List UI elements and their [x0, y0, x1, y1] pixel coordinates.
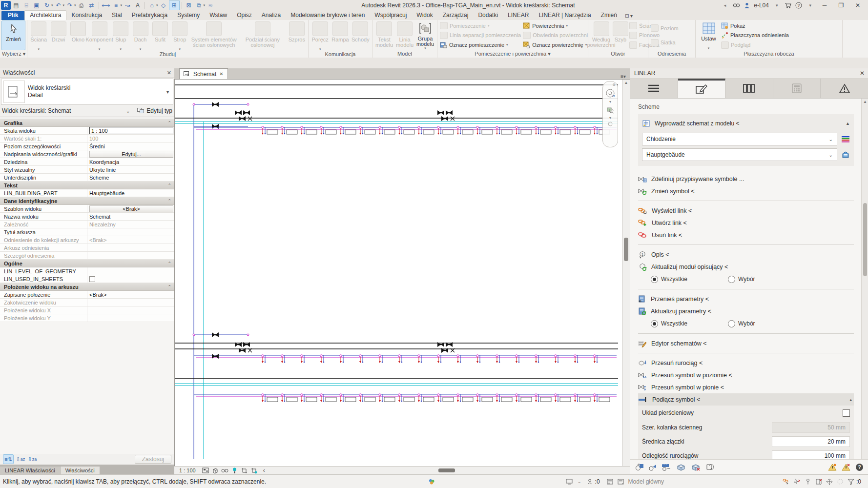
scroll-up-icon[interactable]: ▲ [624, 80, 628, 86]
crop-region-icon[interactable] [249, 467, 259, 474]
zoom-tool-icon[interactable] [606, 105, 615, 114]
tab-architektura[interactable]: Architektura [24, 10, 66, 20]
tab-prefabrykacja[interactable]: Prefabrykacja [127, 11, 172, 20]
redo-menu-chevron-icon[interactable]: ▾ [74, 3, 76, 7]
linear-command-podłącz-symbol[interactable]: Podłącz symbol <▴ [638, 393, 854, 406]
property-value[interactable] [87, 267, 174, 275]
detail-level-icon[interactable] [201, 467, 210, 474]
linear-command-edytor-schematów[interactable]: Edytor schematów < [638, 337, 854, 349]
type-selector[interactable]: Widok kreślarski Detail ▾ [1, 79, 173, 105]
home-3d-icon[interactable]: ⌂ [147, 1, 157, 10]
tab-systemy[interactable]: Systemy [172, 11, 205, 20]
palette-tab-właściwości[interactable]: Właściwości [61, 467, 100, 474]
property-checkbox[interactable] [89, 276, 95, 282]
view-tab-close-icon[interactable]: ✕ [219, 71, 223, 77]
ribbon-button-powierzchnia[interactable]: Powierzchnia▾ [523, 21, 588, 30]
radio-dot-icon[interactable] [728, 320, 735, 327]
design-options-icon[interactable] [605, 477, 616, 487]
view-scale-control[interactable]: 1 : 100 [174, 468, 201, 473]
property-value[interactable]: Średni [87, 142, 174, 150]
editing-requests-icon[interactable] [584, 477, 595, 487]
select-underlay-icon[interactable] [792, 477, 803, 487]
property-value[interactable]: Koordynacja [87, 158, 174, 165]
property-value[interactable] [87, 275, 174, 283]
view-tab-schemat[interactable]: Schemat ✕ [179, 68, 228, 79]
revit-logo-icon[interactable]: R [1, 1, 11, 10]
help-icon[interactable]: ? [795, 2, 802, 9]
radio-wszystkie[interactable]: Wszystkie [651, 276, 724, 283]
filter-selector-chevron-icon[interactable]: ⌄ [126, 108, 130, 114]
linear-command-zmień-symbol[interactable]: Zmień symbol < [638, 185, 854, 197]
linear-command-utwórz-link[interactable]: Utwórz link < [638, 217, 854, 229]
property-value-button[interactable]: Edytuj... [89, 151, 173, 158]
zoom-menu-chevron-icon[interactable]: ▾ [609, 116, 611, 120]
palette-tab-linear-właściwości[interactable]: LINEAR Właściwości [0, 467, 60, 474]
dropdown-chevron-icon[interactable]: ⌄ [829, 152, 833, 158]
text-icon[interactable]: A [133, 1, 143, 10]
linear-command-aktualizuj-parametry[interactable]: Aktualizuj parametry < [638, 305, 854, 317]
warning-error-icon[interactable] [842, 463, 850, 471]
property-section-położenie-widoku-na-arkuszu[interactable]: Położenie widoku na arkuszu⌃ [0, 283, 174, 291]
horizontal-scrollbar[interactable] [270, 467, 629, 474]
conveyor-icon[interactable] [661, 463, 671, 471]
drag-elements-icon[interactable] [824, 477, 835, 487]
property-section-grafika[interactable]: Grafika⌃ [0, 119, 174, 127]
select-pinned-icon[interactable] [803, 477, 813, 487]
property-value[interactable]: Edytuj... [87, 150, 174, 158]
linear-command-opis[interactable]: 1Opis < [638, 248, 854, 261]
tab-linear[interactable]: LINEAR [503, 11, 534, 20]
save-icon[interactable]: ▣ [32, 1, 41, 10]
undo-icon[interactable]: ↶ [54, 1, 63, 10]
linear-command-usuń-link[interactable]: Usuń link < [638, 229, 854, 241]
radio-dot-icon[interactable] [651, 320, 658, 327]
property-value[interactable] [87, 228, 174, 236]
collapse-up-icon[interactable]: ▴ [849, 397, 854, 402]
dropdown-chłodzenie[interactable]: Chłodzenie⌄ [642, 133, 837, 145]
redo-icon[interactable]: ↷ [65, 1, 75, 10]
main-model-icon[interactable] [616, 477, 626, 487]
radio-wybór[interactable]: Wybór [728, 276, 801, 283]
box-3d-delete-icon[interactable] [691, 464, 701, 471]
linear-tab-edit[interactable] [678, 79, 726, 98]
edit-type-button[interactable]: Edytuj typ [134, 106, 172, 115]
tab-plik[interactable]: Plik [1, 11, 24, 20]
tab-wstaw[interactable]: Wstaw [205, 11, 232, 20]
linear-tab-menu[interactable] [630, 79, 678, 98]
linear-command-przenieś-parametry[interactable]: Przenieś parametry < [638, 293, 854, 305]
file-new-icon[interactable]: ▤ [11, 1, 21, 10]
radio-wybór[interactable]: Wybór [728, 320, 801, 327]
minimize-ribbon-icon[interactable]: ≂ [206, 1, 215, 10]
sync-icon[interactable]: ↻ [42, 1, 52, 10]
restore-button[interactable]: ❐ [835, 2, 847, 9]
tab-linear-narzędzia[interactable]: LINEAR | Narzędzia [534, 11, 596, 20]
worksets-chevron-icon[interactable]: ⌄ [578, 479, 581, 484]
linear-tab-calculator[interactable] [773, 79, 821, 98]
worksharing-display-icon[interactable] [564, 477, 575, 487]
linear-scroll-up-icon[interactable]: ▲ [863, 99, 867, 105]
tab-widok[interactable]: Widok [412, 11, 437, 20]
search-icon[interactable] [733, 2, 740, 9]
navbar-close-icon[interactable]: ⊗ [612, 82, 616, 87]
transfer-icon[interactable]: ⇄ [87, 1, 97, 10]
shadows-icon[interactable] [220, 467, 230, 474]
tab-modelowanie-bryłowe-i-teren[interactable]: Modelowanie bryłowe i teren [286, 11, 370, 20]
help-menu-chevron-icon[interactable]: ▾ [809, 3, 811, 8]
home-3d-menu-chevron-icon[interactable]: ▾ [156, 3, 158, 7]
select-by-face-icon[interactable] [813, 477, 824, 487]
section-collapse-icon[interactable]: ⌃ [167, 261, 174, 266]
sort-ascending-icon[interactable]: ⇩az [16, 455, 25, 464]
vertical-scroll-thumb[interactable] [624, 238, 628, 261]
file-open-icon[interactable]: ⌸ [21, 1, 31, 10]
section-collapse-icon[interactable]: ⌃ [167, 183, 174, 188]
tag-icon[interactable]: ◇ [159, 1, 168, 10]
property-value[interactable]: 1 : 100 [87, 127, 174, 134]
radio-dot-icon[interactable] [651, 276, 658, 283]
property-value[interactable]: Hauptgebäude [87, 189, 174, 197]
ribbon-button-pokaż[interactable]: Pokaż [721, 21, 789, 30]
type-selector-chevron-icon[interactable]: ▾ [166, 89, 169, 95]
pump-icon[interactable] [635, 463, 644, 471]
linear-tab-warnings[interactable] [821, 79, 868, 98]
refresh-box-icon[interactable] [705, 463, 714, 471]
linear-command-przesuń-symbol-w-poziomie[interactable]: Przesuń symbol w poziomie < [638, 369, 854, 381]
user-name[interactable]: e-L04 [754, 2, 769, 9]
